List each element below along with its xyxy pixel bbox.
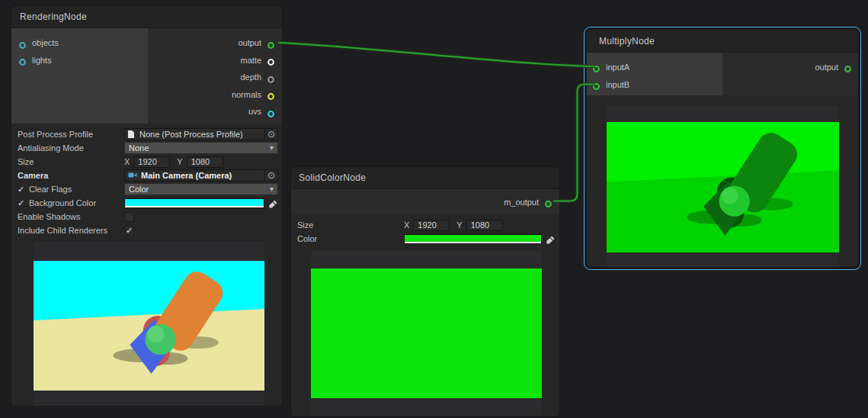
port-row-output: output <box>148 34 282 52</box>
solid-color-label: Color <box>297 234 404 243</box>
solid-color-node-title: SolidColorNode <box>299 172 366 183</box>
enable-shadows-label: Enable Shadows <box>18 212 124 221</box>
port-row-depth: depth <box>148 69 282 86</box>
prop-row-solid-color: Color <box>291 232 559 246</box>
rendering-ports-area: objects lights output matte <box>11 28 282 124</box>
include-child-renderers-checkbox[interactable]: ✓ <box>124 226 134 236</box>
node-rendering[interactable]: RenderingNode objects lights <box>11 5 283 407</box>
port-row-objects: objects <box>11 34 148 52</box>
output-port-output-icon[interactable] <box>267 39 275 47</box>
post-process-profile-value: None (Post Process Profile) <box>137 130 264 139</box>
output-port-multiply-output-label: output <box>815 63 838 72</box>
solid-size-x-axis-label: X <box>404 220 409 230</box>
output-port-matte-label: matte <box>240 56 261 65</box>
port-row-inputB: inputB <box>587 76 722 93</box>
input-port-inputA-label: inputA <box>606 63 629 72</box>
rendering-output-panel: output matte depth <box>148 28 282 124</box>
prop-row-enable-shadows: Enable Shadows <box>11 210 282 223</box>
rendering-node-title: RenderingNode <box>20 11 87 22</box>
size-label: Size <box>18 157 124 166</box>
port-row-inputA: inputA <box>587 58 722 76</box>
port-row-normals: normals <box>148 86 282 104</box>
rendering-preview-panel <box>34 241 264 407</box>
node-graph-canvas[interactable]: RenderingNode objects lights <box>0 0 868 418</box>
rendering-node-header[interactable]: RenderingNode <box>11 6 282 28</box>
solid-color-node-header[interactable]: SolidColorNode <box>291 167 559 189</box>
multiply-ports-area: inputA inputB output <box>587 53 858 95</box>
solid-color-ports-area: m_output <box>291 189 559 214</box>
port-row-lights: lights <box>11 52 148 69</box>
output-port-m-output-label: m_output <box>504 198 539 207</box>
camera-label: Camera <box>18 171 124 180</box>
prop-row-solid-size: Size X 1920 Y 1080 <box>291 218 559 232</box>
camera-value: Main Camera (Camera) <box>139 171 264 180</box>
size-y-axis-label: Y <box>177 157 182 166</box>
multiply-preview-image <box>607 122 839 252</box>
prop-row-clear-flags: ✓ Clear Flags Color ▾ <box>11 182 282 196</box>
output-port-uvs-icon[interactable] <box>267 108 275 116</box>
node-solid-color[interactable]: SolidColorNode m_output Size X 1920 Y 1 <box>290 166 560 417</box>
output-port-depth-label: depth <box>240 72 261 82</box>
rendering-properties: Post Process Profile None (Post Process … <box>11 124 282 239</box>
clear-flags-dropdown[interactable]: Color ▾ <box>124 183 278 195</box>
solid-color-properties: Size X 1920 Y 1080 Color <box>291 214 559 247</box>
input-port-inputA-icon[interactable] <box>592 63 601 71</box>
multiply-node-title: MultiplyNode <box>599 36 655 47</box>
solid-size-label: Size <box>297 220 404 230</box>
clear-flags-checkmark[interactable]: ✓ <box>18 185 29 195</box>
object-picker-icon: ⊙ <box>267 130 275 139</box>
camera-icon <box>128 171 137 180</box>
output-port-multiply-output-icon[interactable] <box>844 63 852 71</box>
edge-rendering-output-to-multiply-inputA[interactable] <box>279 43 594 66</box>
input-port-inputB-label: inputB <box>606 80 629 89</box>
include-child-renderers-label: Include Child Renderers <box>18 226 124 235</box>
size-x-field[interactable]: 1920 <box>133 156 170 168</box>
solid-color-output-panel: m_output <box>291 189 559 214</box>
solid-size-y-axis-label: Y <box>456 220 462 230</box>
camera-field[interactable]: Main Camera (Camera) ⊙ <box>124 169 278 182</box>
input-port-lights-icon[interactable] <box>18 56 27 64</box>
size-y-field[interactable]: 1080 <box>187 156 223 168</box>
post-process-profile-label: Post Process Profile <box>18 130 124 139</box>
output-port-matte-icon[interactable] <box>267 56 275 64</box>
antialiasing-mode-dropdown[interactable]: None ▾ <box>124 142 278 154</box>
object-picker-button[interactable]: ⊙ <box>264 129 277 140</box>
background-color-checkmark[interactable]: ✓ <box>18 198 29 208</box>
input-port-inputB-icon[interactable] <box>592 80 601 88</box>
multiply-input-panel: inputA inputB <box>587 53 722 95</box>
clear-flags-label: ✓ Clear Flags <box>18 185 124 195</box>
clear-flags-value: Color <box>129 185 149 194</box>
output-port-uvs-label: uvs <box>248 107 261 116</box>
input-port-objects-icon[interactable] <box>18 39 27 47</box>
output-port-normals-icon[interactable] <box>267 90 275 98</box>
output-port-output-label: output <box>238 38 261 47</box>
output-port-depth-icon[interactable] <box>267 73 275 82</box>
input-port-lights-label: lights <box>32 56 52 65</box>
output-port-normals-label: normals <box>232 90 261 99</box>
solid-color-preview-panel <box>311 251 542 416</box>
antialiasing-mode-value: None <box>129 143 149 153</box>
node-multiply[interactable]: MultiplyNode inputA inputB <box>586 29 859 268</box>
multiply-node-header[interactable]: MultiplyNode <box>587 30 858 53</box>
eyedropper-icon[interactable] <box>268 198 278 208</box>
prop-row-background-color: ✓ Background Color <box>11 196 282 210</box>
background-color-swatch[interactable] <box>124 198 264 208</box>
eyedropper-icon[interactable] <box>546 234 556 244</box>
object-picker-icon: ⊙ <box>267 171 275 180</box>
output-port-m-output-icon[interactable] <box>544 198 553 206</box>
antialiasing-mode-label: Antialiasing Mode <box>18 143 124 153</box>
prop-row-camera: Camera Main Camera (Camera) ⊙ <box>11 169 282 182</box>
input-port-objects-label: objects <box>32 38 59 47</box>
port-row-matte: matte <box>148 52 282 69</box>
solid-size-y-field[interactable]: 1080 <box>466 220 503 231</box>
prop-row-antialiasing-mode: Antialiasing Mode None ▾ <box>11 141 282 155</box>
enable-shadows-checkbox[interactable] <box>124 212 134 222</box>
multiply-preview-panel <box>607 106 839 268</box>
camera-object-picker-button[interactable]: ⊙ <box>264 170 277 181</box>
solid-size-x-field[interactable]: 1920 <box>413 220 450 231</box>
solid-color-swatch[interactable] <box>404 234 542 244</box>
solid-color-preview-image <box>311 268 542 398</box>
port-row-multiply-output: output <box>722 58 858 76</box>
post-process-profile-field[interactable]: None (Post Process Profile) ⊙ <box>124 128 278 140</box>
size-x-axis-label: X <box>124 157 130 166</box>
